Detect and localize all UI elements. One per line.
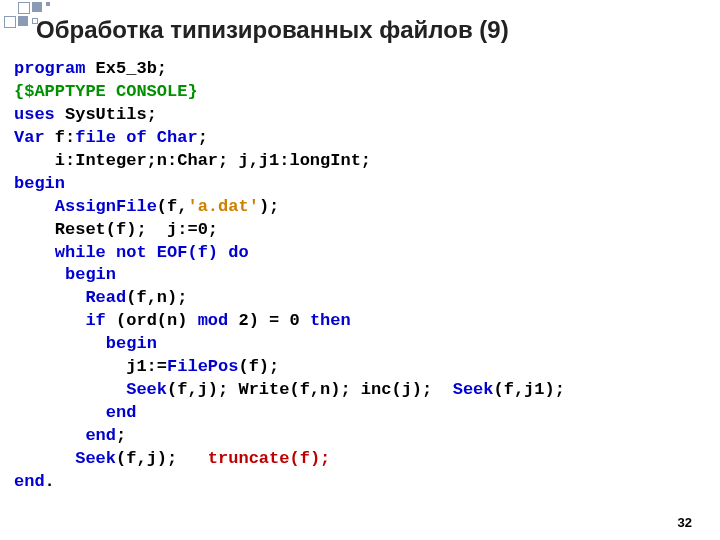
- code-token: (f);: [238, 357, 279, 376]
- code-token: end: [106, 403, 137, 422]
- code-token: i:Integer;n:Char; j,j1:longInt;: [14, 151, 371, 170]
- code-token: Read: [85, 288, 126, 307]
- code-token: program: [14, 59, 85, 78]
- code-token: EOF(f): [157, 243, 218, 262]
- code-block: program Ex5_3b; {$APPTYPE CONSOLE} uses …: [14, 58, 565, 494]
- code-token: (f,j);: [116, 449, 208, 468]
- code-token: mod: [198, 311, 229, 330]
- code-token: begin: [106, 334, 157, 353]
- code-token: begin: [14, 174, 65, 193]
- code-token: (f,: [157, 197, 188, 216]
- code-token: truncate(f);: [208, 449, 330, 468]
- code-token: );: [259, 197, 279, 216]
- code-token: (f,j); Write(f,n); inc(j);: [167, 380, 453, 399]
- code-token: [14, 334, 106, 353]
- code-token: [14, 197, 55, 216]
- code-token: 'a.dat': [187, 197, 258, 216]
- code-token: AssignFile: [55, 197, 157, 216]
- code-token: then: [310, 311, 351, 330]
- code-token: ;: [116, 426, 126, 445]
- page-number: 32: [678, 515, 692, 530]
- code-token: SysUtils;: [55, 105, 157, 124]
- code-token: (f,n);: [126, 288, 187, 307]
- code-token: if: [85, 311, 105, 330]
- code-token: Reset(f); j:=0;: [14, 220, 218, 239]
- code-token: ;: [198, 128, 208, 147]
- code-token: (f,j1);: [494, 380, 565, 399]
- code-token: [147, 243, 157, 262]
- code-token: FilePos: [167, 357, 238, 376]
- code-token: do: [228, 243, 248, 262]
- code-token: 2) = 0: [228, 311, 310, 330]
- code-token: uses: [14, 105, 55, 124]
- code-token: end: [14, 472, 45, 491]
- code-token: while not: [55, 243, 147, 262]
- code-token: end: [85, 426, 116, 445]
- code-token: [14, 426, 85, 445]
- code-token: .: [45, 472, 55, 491]
- code-token: Seek: [75, 449, 116, 468]
- code-token: begin: [65, 265, 116, 284]
- code-token: file of Char: [75, 128, 197, 147]
- code-token: [14, 265, 65, 284]
- code-token: [14, 243, 55, 262]
- code-token: [14, 311, 85, 330]
- code-token: f:: [45, 128, 76, 147]
- code-token: [14, 380, 126, 399]
- code-token: j1:=: [14, 357, 167, 376]
- code-token: Seek: [126, 380, 167, 399]
- slide-title: Обработка типизированных файлов (9): [36, 16, 509, 44]
- code-token: [14, 449, 75, 468]
- code-token: Seek: [453, 380, 494, 399]
- code-token: (ord(n): [106, 311, 198, 330]
- code-token: [14, 288, 85, 307]
- code-token: Var: [14, 128, 45, 147]
- code-token: [218, 243, 228, 262]
- code-token: Ex5_3b;: [85, 59, 167, 78]
- code-token: {$APPTYPE CONSOLE}: [14, 82, 198, 101]
- code-token: [14, 403, 106, 422]
